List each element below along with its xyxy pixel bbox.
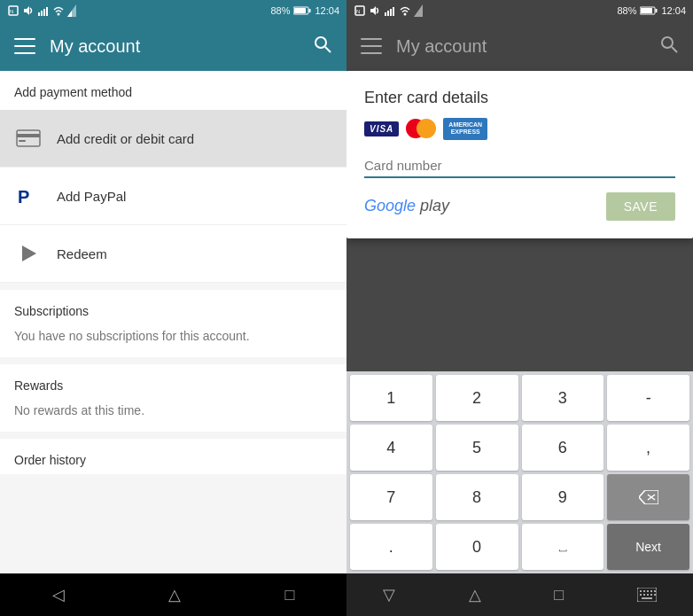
save-button[interactable]: SAVE — [606, 192, 675, 221]
key-9[interactable]: 9 — [522, 474, 604, 520]
key-4[interactable]: 4 — [350, 425, 432, 471]
svg-point-32 — [662, 37, 673, 48]
search-icon-right — [659, 35, 679, 54]
mastercard-logo — [406, 119, 436, 138]
credit-card-svg — [16, 129, 41, 147]
svg-rect-47 — [654, 594, 656, 596]
right-top-bar: My account — [346, 21, 693, 71]
add-payment-title: Add payment method — [0, 71, 346, 110]
subscriptions-text: You have no subscriptions for this accou… — [0, 325, 346, 357]
back-button-right[interactable]: ▽ — [383, 585, 395, 604]
redeem-item[interactable]: Redeem — [0, 225, 346, 283]
key-7[interactable]: 7 — [350, 474, 432, 520]
keyboard-icon — [637, 588, 657, 602]
svg-rect-40 — [647, 590, 649, 592]
add-credit-card-label: Add credit or debit card — [57, 131, 194, 146]
amex-logo: AMERICANEXPRESS — [443, 118, 487, 140]
google-text: Google — [364, 197, 416, 214]
order-history-section: Order history — [0, 439, 346, 474]
back-button-left[interactable]: ◁ — [52, 585, 65, 604]
speaker-icon-right — [369, 4, 381, 17]
nfc-icon: N — [7, 4, 19, 17]
key-5[interactable]: 5 — [436, 425, 518, 471]
key-2[interactable]: 2 — [436, 375, 518, 421]
keyboard-row-3: 7 8 9 — [350, 474, 689, 520]
key-6[interactable]: 6 — [522, 425, 604, 471]
keyboard-button-right[interactable] — [637, 588, 657, 602]
key-backspace[interactable] — [607, 474, 689, 520]
left-content: Add payment method Add credit or debit c… — [0, 71, 346, 573]
add-credit-card-item[interactable]: Add credit or debit card — [0, 110, 346, 168]
recent-button-left[interactable]: □ — [284, 586, 294, 604]
svg-rect-11 — [309, 9, 311, 12]
speaker-icon — [22, 4, 35, 17]
dialog-title: Enter card details — [364, 89, 675, 107]
key-8[interactable]: 8 — [436, 474, 518, 520]
rewards-text: No rewards at this time. — [0, 400, 346, 432]
search-button-left[interactable] — [313, 35, 332, 58]
key-1[interactable]: 1 — [350, 375, 432, 421]
battery-icon-right — [640, 6, 658, 15]
left-status-icons: N — [7, 4, 76, 17]
play-svg — [19, 244, 38, 263]
right-panel: N 88% — [346, 0, 693, 616]
subscriptions-section: Subscriptions You have no subscriptions … — [0, 290, 346, 357]
svg-rect-41 — [650, 590, 652, 592]
nfc-icon-right: N — [354, 4, 366, 17]
visa-logo: VISA — [364, 121, 399, 136]
svg-marker-28 — [414, 4, 423, 17]
left-top-bar: My account — [0, 21, 346, 71]
svg-point-27 — [404, 13, 407, 16]
key-space[interactable]: ⎵ — [522, 524, 604, 570]
menu-icon-left[interactable] — [14, 38, 35, 54]
search-button-right[interactable] — [659, 35, 679, 58]
key-dash[interactable]: - — [607, 375, 689, 421]
enter-card-dialog: Enter card details VISA AMERICANEXPRESS … — [346, 71, 693, 238]
svg-point-7 — [58, 13, 60, 16]
signal-bars-icon-right — [384, 4, 396, 17]
right-status-bar: N 88% — [346, 0, 693, 21]
svg-text:N: N — [356, 9, 360, 14]
add-payment-section: Add payment method Add credit or debit c… — [0, 71, 346, 283]
battery-percent-right: 88% — [617, 5, 636, 16]
page-title-left: My account — [50, 36, 313, 57]
svg-rect-44 — [643, 594, 645, 596]
dialog-overlay: Enter card details VISA AMERICANEXPRESS … — [346, 71, 693, 371]
right-status-right: 88% 12:04 — [617, 5, 686, 16]
recent-button-right[interactable]: □ — [554, 586, 564, 604]
add-paypal-item[interactable]: P Add PayPal — [0, 168, 346, 225]
key-period[interactable]: . — [350, 524, 432, 570]
paypal-svg: P — [16, 183, 41, 208]
svg-rect-31 — [641, 8, 652, 13]
home-button-left[interactable]: △ — [168, 585, 181, 604]
home-button-right[interactable]: △ — [469, 585, 481, 604]
svg-rect-15 — [17, 130, 40, 146]
left-bottom-nav: ◁ △ □ — [0, 573, 346, 616]
card-number-input[interactable] — [364, 154, 675, 176]
subscriptions-title: Subscriptions — [0, 290, 346, 325]
paypal-icon: P — [14, 182, 43, 210]
play-text: play — [420, 197, 449, 214]
key-0[interactable]: 0 — [436, 524, 518, 570]
key-comma[interactable]: , — [607, 425, 689, 471]
card-logos: VISA AMERICANEXPRESS — [364, 118, 675, 140]
wifi-icon — [52, 4, 65, 17]
dialog-footer: Google play SAVE — [364, 192, 675, 221]
svg-rect-24 — [387, 11, 389, 16]
svg-rect-43 — [640, 594, 642, 596]
svg-marker-19 — [22, 246, 36, 261]
svg-rect-46 — [650, 594, 652, 596]
play-icon — [14, 239, 43, 268]
svg-rect-38 — [640, 590, 642, 592]
right-bottom-nav: ▽ △ □ — [346, 573, 693, 616]
redeem-label: Redeem — [57, 246, 107, 261]
next-button[interactable]: Next — [607, 524, 689, 570]
rewards-section: Rewards No rewards at this time. — [0, 364, 346, 432]
svg-rect-5 — [43, 9, 45, 16]
add-paypal-label: Add PayPal — [57, 189, 126, 204]
menu-icon-right[interactable] — [361, 38, 382, 54]
key-3[interactable]: 3 — [522, 375, 604, 421]
card-number-wrapper[interactable] — [364, 154, 675, 178]
search-icon-left — [313, 35, 332, 54]
svg-rect-4 — [41, 11, 43, 16]
